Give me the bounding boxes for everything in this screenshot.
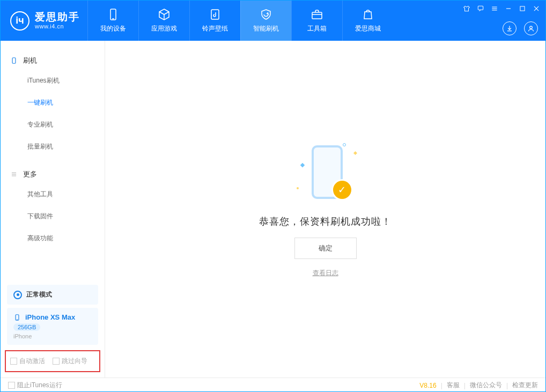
tab-label: 应用游戏: [151, 24, 177, 33]
sidebar-group-label: 刷机: [23, 56, 37, 65]
svg-rect-9: [520, 6, 525, 11]
tab-label: 工具箱: [307, 24, 327, 33]
tab-toolbox[interactable]: 工具箱: [291, 1, 342, 41]
svg-rect-13: [12, 58, 16, 64]
mode-label: 正常模式: [26, 290, 52, 299]
sidebar-item-batch-flash[interactable]: 批量刷机: [1, 136, 105, 158]
view-log-link[interactable]: 查看日志: [313, 269, 338, 278]
check-update-link[interactable]: 检查更新: [512, 381, 538, 390]
success-illustration: ✓: [293, 141, 358, 205]
list-icon: [10, 171, 18, 178]
close-icon[interactable]: [533, 5, 540, 12]
sidebar-item-other-tools[interactable]: 其他工具: [1, 183, 105, 205]
device-name: iPhone XS Max: [25, 313, 75, 321]
sidebar-item-itunes-flash[interactable]: iTunes刷机: [1, 70, 105, 92]
tab-smart-flash[interactable]: 智能刷机: [240, 1, 291, 41]
check-badge-icon: ✓: [333, 181, 351, 199]
main-tabs: 我的设备 应用游戏 铃声壁纸 智能刷机 工具箱 爱思商城: [87, 1, 393, 41]
tab-store[interactable]: 爱思商城: [342, 1, 393, 41]
shirt-icon[interactable]: [463, 5, 470, 12]
checkbox-label: 阻止iTunes运行: [17, 381, 62, 389]
app-logo: iч 爱思助手 www.i4.cn: [1, 1, 87, 41]
tab-ringtones[interactable]: 铃声壁纸: [189, 1, 240, 41]
svg-rect-0: [110, 9, 116, 20]
sidebar-group-flash: 刷机: [1, 51, 105, 70]
wechat-link[interactable]: 微信公众号: [470, 381, 502, 390]
music-file-icon: [209, 8, 222, 21]
device-info-card[interactable]: iPhone XS Max 256GB iPhone: [7, 308, 98, 345]
download-button[interactable]: [503, 21, 517, 35]
success-message: 恭喜您，保资料刷机成功啦！: [259, 215, 392, 228]
feedback-icon[interactable]: [477, 5, 484, 12]
main-content: ✓ 恭喜您，保资料刷机成功啦！ 确定 查看日志: [105, 41, 545, 378]
sidebar: 刷机 iTunes刷机 一键刷机 专业刷机 批量刷机 更多 其他工具 下载固件 …: [1, 41, 105, 378]
app-header: iч 爱思助手 www.i4.cn 我的设备 应用游戏 铃声壁纸 智能刷机 工具…: [1, 1, 545, 41]
logo-icon: iч: [10, 11, 29, 31]
app-subtitle: www.i4.cn: [35, 23, 80, 29]
sidebar-group-label: 更多: [23, 169, 37, 179]
svg-rect-2: [211, 10, 219, 19]
svg-rect-3: [312, 12, 322, 19]
minimize-icon[interactable]: [505, 5, 512, 12]
toolbox-icon: [311, 8, 323, 21]
support-link[interactable]: 客服: [447, 381, 460, 390]
flash-options-highlight: 自动激活 跳过向导: [5, 350, 100, 372]
version-label: V8.16: [419, 382, 436, 389]
svg-rect-4: [478, 6, 483, 10]
user-icon: [527, 25, 535, 32]
sidebar-item-easy-flash[interactable]: 一键刷机: [1, 92, 105, 114]
tab-my-device[interactable]: 我的设备: [87, 1, 138, 41]
ok-button[interactable]: 确定: [294, 238, 357, 259]
checkbox-auto-activate[interactable]: 自动激活: [10, 357, 45, 366]
status-bar: 阻止iTunes运行 V8.16 | 客服 | 微信公众号 | 检查更新: [1, 378, 545, 392]
refresh-shield-icon: [260, 8, 272, 21]
tab-label: 智能刷机: [253, 24, 279, 33]
menu-icon[interactable]: [491, 5, 498, 12]
maximize-icon[interactable]: [519, 5, 526, 12]
mode-icon: [13, 291, 22, 299]
sidebar-item-advanced[interactable]: 高级功能: [1, 227, 105, 249]
titlebar-controls: [463, 5, 540, 12]
sidebar-group-more: 更多: [1, 165, 105, 183]
device-type: iPhone: [13, 333, 32, 339]
sidebar-item-download-fw[interactable]: 下载固件: [1, 205, 105, 227]
tab-label: 铃声壁纸: [202, 24, 228, 33]
tab-label: 我的设备: [100, 24, 126, 33]
checkbox-label: 跳过向导: [62, 357, 87, 365]
tab-label: 爱思商城: [355, 24, 381, 33]
header-right-actions: [503, 21, 538, 35]
download-icon: [506, 25, 513, 32]
device-small-icon: [10, 57, 18, 64]
checkbox-label: 自动激活: [19, 357, 45, 365]
checkbox-skip-guide[interactable]: 跳过向导: [53, 357, 87, 366]
svg-point-12: [530, 26, 533, 29]
account-button[interactable]: [524, 21, 538, 35]
phone-small-icon: [13, 314, 21, 321]
cube-icon: [158, 8, 171, 21]
checkbox-block-itunes[interactable]: 阻止iTunes运行: [8, 381, 62, 390]
bag-icon: [361, 8, 374, 21]
sidebar-item-pro-flash[interactable]: 专业刷机: [1, 114, 105, 136]
device-mode-card[interactable]: 正常模式: [7, 285, 98, 305]
app-title: 爱思助手: [35, 12, 80, 23]
phone-icon: [107, 8, 120, 21]
device-capacity: 256GB: [13, 323, 40, 331]
tab-apps[interactable]: 应用游戏: [138, 1, 189, 41]
